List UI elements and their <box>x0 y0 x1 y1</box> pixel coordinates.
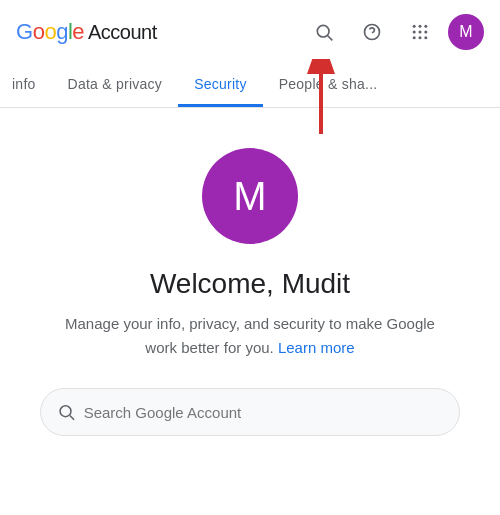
header: Google Account <box>0 0 500 64</box>
main-content: M Welcome, Mudit Manage your info, priva… <box>0 108 500 456</box>
account-label: Account <box>88 21 157 44</box>
search-button[interactable] <box>304 12 344 52</box>
apps-icon <box>410 22 430 42</box>
svg-point-15 <box>60 406 71 417</box>
google-logo: Google Account <box>16 19 157 45</box>
svg-point-0 <box>317 25 329 37</box>
search-bar-container <box>20 388 480 436</box>
search-bar-icon <box>57 402 76 422</box>
svg-point-7 <box>413 31 416 34</box>
tab-people-sharing[interactable]: People & sha... <box>263 64 394 107</box>
nav-tabs: info Data & privacy Security People & sh… <box>0 64 500 108</box>
tab-data-privacy[interactable]: Data & privacy <box>52 64 179 107</box>
svg-point-6 <box>424 25 427 28</box>
svg-line-1 <box>328 36 333 41</box>
logo-letter-g2: g <box>56 19 68 45</box>
help-icon <box>362 22 382 42</box>
tab-security[interactable]: Security <box>178 64 263 107</box>
svg-point-10 <box>413 36 416 39</box>
profile-avatar-letter: M <box>233 174 266 219</box>
welcome-heading: Welcome, Mudit <box>150 268 350 300</box>
learn-more-link[interactable]: Learn more <box>278 339 355 356</box>
apps-button[interactable] <box>400 12 440 52</box>
search-icon <box>314 22 334 42</box>
header-avatar-button[interactable]: M <box>448 14 484 50</box>
profile-avatar: M <box>202 148 298 244</box>
svg-point-11 <box>419 36 422 39</box>
subtitle-text: Manage your info, privacy, and security … <box>60 312 440 360</box>
svg-line-16 <box>70 415 74 419</box>
svg-point-9 <box>424 31 427 34</box>
help-button[interactable] <box>352 12 392 52</box>
svg-point-5 <box>419 25 422 28</box>
search-input[interactable] <box>84 404 443 421</box>
svg-point-8 <box>419 31 422 34</box>
logo-letter-g: G <box>16 19 33 45</box>
logo-letter-o2: o <box>44 19 56 45</box>
search-bar[interactable] <box>40 388 460 436</box>
header-icons: M <box>304 12 484 52</box>
nav-area: info Data & privacy Security People & sh… <box>0 64 500 108</box>
tab-info[interactable]: info <box>4 64 52 107</box>
svg-point-4 <box>413 25 416 28</box>
svg-point-12 <box>424 36 427 39</box>
header-avatar-letter: M <box>459 23 472 41</box>
logo-letter-e: e <box>72 19 84 45</box>
logo-letter-o1: o <box>33 19 45 45</box>
